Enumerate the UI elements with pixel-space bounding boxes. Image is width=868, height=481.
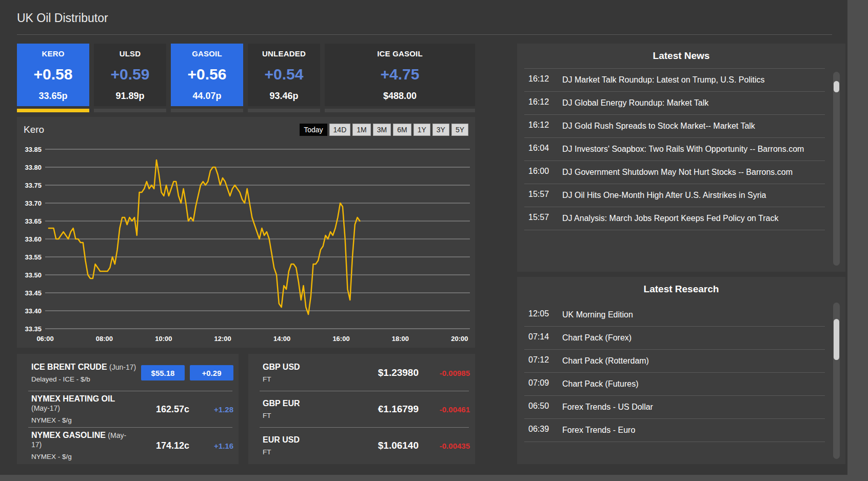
commodity-subtitle: Delayed - ICE - $/b — [31, 375, 141, 383]
range-button-3m[interactable]: 3M — [373, 124, 391, 136]
range-button-1m[interactable]: 1M — [352, 124, 370, 136]
research-item[interactable]: 07:09 Chart Pack (Futures) — [524, 373, 825, 396]
news-scrollbar-thumb[interactable] — [834, 81, 839, 92]
y-tick-label: 33.80 — [25, 164, 42, 171]
tile-ice-gasoil-box[interactable]: ICE GASOIL +4.75 $488.00 — [325, 44, 475, 106]
tile-change: +0.59 — [111, 67, 150, 82]
news-item[interactable]: 16:04 DJ Investors' Soapbox: Two Rails W… — [524, 138, 825, 161]
research-title-text: Forex Trends - US Dollar — [562, 402, 825, 413]
research-item[interactable]: 07:12 Chart Pack (Rotterdam) — [524, 350, 825, 373]
research-item[interactable]: 06:39 Forex Trends - Euro — [524, 419, 825, 442]
tile-kero[interactable]: KERO +0.58 33.65p — [17, 44, 89, 112]
commodity-buttons: $55.18 +0.29 — [141, 365, 233, 380]
commodity-change: +1.16 — [189, 442, 233, 450]
news-headline: DJ Gold Rush Spreads to Stock Market-- M… — [562, 121, 825, 132]
research-panel-title: Latest Research — [517, 277, 845, 295]
x-tick-label: 20:00 — [451, 335, 468, 343]
news-panel-title: Latest News — [517, 44, 845, 62]
news-list: 16:12 DJ Market Talk Roundup: Latest on … — [524, 68, 825, 230]
tile-ice-gasoil[interactable]: ICE GASOIL +4.75 $488.00 — [325, 44, 475, 112]
fx-pair: EUR USD — [263, 435, 342, 445]
fx-source: FT — [263, 412, 342, 419]
commodity-row-brent: ICE BRENT CRUDE (Jun-17) Delayed - ICE -… — [17, 355, 239, 391]
tile-name: UNLEADED — [262, 49, 306, 58]
kero-line-chart: 33.8533.8033.7533.7033.6533.6033.5533.50… — [17, 137, 475, 348]
news-headline: DJ Oil Hits One-Month High After U.S. Ai… — [562, 190, 825, 201]
news-headline: DJ Market Talk Roundup: Latest on Trump,… — [562, 74, 825, 86]
commodity-row-heating-oil: NYMEX HEATING OIL (May-17) NYMEX - $/g 1… — [17, 391, 239, 427]
news-item[interactable]: 16:12 DJ Market Talk Roundup: Latest on … — [524, 69, 825, 92]
research-title-text: Forex Trends - Euro — [562, 425, 825, 436]
fx-info: GBP USD FT — [263, 363, 342, 383]
tile-unleaded[interactable]: UNLEADED +0.54 93.46p — [248, 44, 320, 112]
tile-unleaded-box[interactable]: UNLEADED +0.54 93.46p — [248, 44, 320, 106]
commodity-price: 174.12c — [133, 440, 189, 451]
tile-name: ULSD — [120, 49, 141, 58]
research-title-text: UK Morning Edition — [562, 309, 825, 320]
y-tick-label: 33.45 — [25, 289, 42, 297]
tile-kero-box[interactable]: KERO +0.58 33.65p — [17, 44, 89, 106]
commodity-name-text: NYMEX HEATING OIL — [31, 394, 115, 403]
range-selector: Today 14D 1M 3M 6M 1Y 3Y 5Y — [300, 124, 468, 136]
tile-gasoil-box[interactable]: GASOIL +0.56 44.07p — [171, 44, 243, 106]
tile-change: +0.58 — [34, 67, 73, 82]
y-tick-label: 33.65 — [25, 217, 42, 225]
research-scrollbar-thumb[interactable] — [834, 319, 839, 360]
range-button-14d[interactable]: 14D — [329, 124, 351, 136]
news-item[interactable]: 16:12 DJ Gold Rush Spreads to Stock Mark… — [524, 115, 825, 138]
x-tick-label: 08:00 — [96, 335, 113, 343]
y-tick-label: 33.85 — [25, 146, 42, 153]
y-tick-label: 33.35 — [25, 325, 42, 333]
brent-price-button[interactable]: $55.18 — [141, 365, 185, 380]
news-headline: DJ Analysis: March Jobs Report Keeps Fed… — [562, 213, 825, 224]
latest-research-panel: Latest Research 12:05 UK Morning Edition… — [517, 277, 845, 464]
research-title-text: Chart Pack (Futures) — [562, 378, 825, 390]
news-item[interactable]: 15:57 DJ Oil Hits One-Month High After U… — [524, 184, 825, 207]
news-scrollbar-track[interactable] — [833, 72, 840, 266]
header-divider — [17, 34, 832, 35]
news-time: 15:57 — [528, 190, 562, 201]
tile-price: 93.46p — [269, 91, 298, 102]
tile-underline — [94, 109, 166, 112]
brent-change-button[interactable]: +0.29 — [190, 365, 233, 380]
research-item[interactable]: 07:14 Chart Pack (Forex) — [524, 327, 825, 350]
range-button-6m[interactable]: 6M — [393, 124, 411, 136]
news-item[interactable]: 15:57 DJ Analysis: March Jobs Report Kee… — [524, 207, 825, 230]
commodity-change: +1.28 — [189, 405, 233, 414]
commodity-name: NYMEX GASOLINE (May-17) — [31, 431, 133, 449]
x-tick-label: 16:00 — [332, 335, 349, 343]
range-button-today[interactable]: Today — [300, 124, 327, 136]
latest-news-panel: Latest News 16:12 DJ Market Talk Roundup… — [517, 44, 845, 272]
commodity-name: ICE BRENT CRUDE (Jun-17) — [31, 363, 141, 372]
news-time: 16:00 — [528, 167, 562, 178]
range-button-1y[interactable]: 1Y — [413, 124, 430, 136]
research-item[interactable]: 12:05 UK Morning Edition — [524, 304, 825, 327]
research-time: 07:09 — [528, 378, 562, 390]
commodity-price: 162.57c — [133, 404, 189, 415]
tile-active-underline — [17, 109, 89, 112]
news-item[interactable]: 16:00 DJ Government Shutdown May Not Hur… — [524, 161, 825, 184]
research-time: 12:05 — [528, 309, 562, 320]
research-scrollbar-track[interactable] — [833, 303, 840, 459]
y-tick-label: 33.70 — [25, 199, 42, 207]
x-tick-label: 12:00 — [214, 335, 231, 343]
y-tick-label: 33.40 — [25, 307, 42, 315]
range-button-5y[interactable]: 5Y — [451, 124, 468, 136]
commodity-info: ICE BRENT CRUDE (Jun-17) Delayed - ICE -… — [31, 363, 141, 383]
tile-gasoil[interactable]: GASOIL +0.56 44.07p — [171, 44, 243, 112]
range-button-3y[interactable]: 3Y — [432, 124, 449, 136]
y-tick-label: 33.50 — [25, 271, 42, 279]
research-title-text: Chart Pack (Forex) — [562, 332, 825, 344]
tile-ulsd-box[interactable]: ULSD +0.59 91.89p — [94, 44, 166, 106]
tile-change: +0.56 — [188, 67, 227, 82]
price-line — [49, 160, 360, 314]
fx-row-eurusd: EUR USD FT $1.06140 -0.00435 — [248, 428, 475, 464]
tile-change: +0.54 — [265, 67, 304, 82]
news-item[interactable]: 16:12 DJ Global Energy Roundup: Market T… — [524, 92, 825, 115]
tile-ulsd[interactable]: ULSD +0.59 91.89p — [94, 44, 166, 112]
commodity-name-text: ICE BRENT CRUDE — [31, 363, 107, 371]
chart-title: Kero — [24, 124, 44, 135]
research-item[interactable]: 06:50 Forex Trends - US Dollar — [524, 396, 825, 419]
research-time: 06:50 — [528, 402, 562, 413]
commodity-name-text: NYMEX GASOLINE — [31, 431, 106, 439]
